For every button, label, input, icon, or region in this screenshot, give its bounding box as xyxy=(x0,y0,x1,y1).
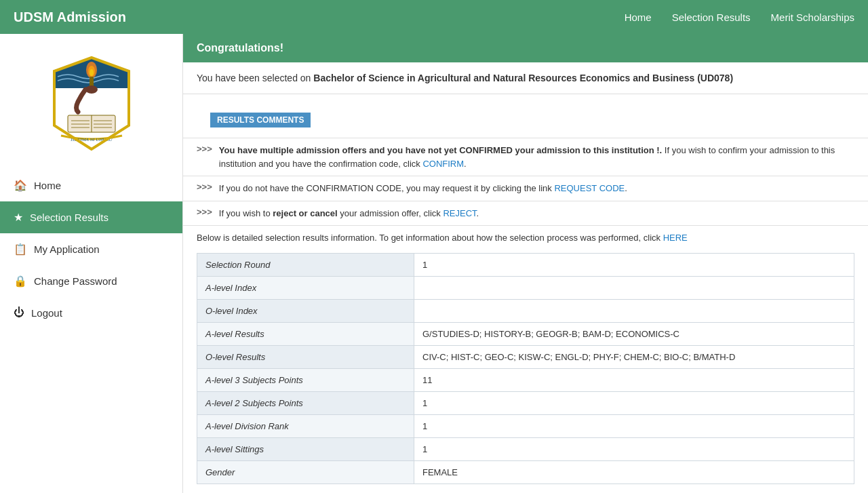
table-cell-value-7: 1 xyxy=(414,415,854,438)
page-layout: HEKIMA NI UHURU 🏠Home★Selection Results📋… xyxy=(0,34,868,493)
table-cell-label-0: Selection Round xyxy=(197,254,414,277)
sidebar-label-logout: Logout xyxy=(31,307,62,319)
table-cell-label-4: O-level Results xyxy=(197,346,414,369)
comment-text-1: If you do not have the CONFIRMATION CODE… xyxy=(219,182,627,195)
sidebar-label-my-application: My Application xyxy=(34,243,100,255)
comment-text-0: You have multiple admission offers and y… xyxy=(219,144,854,170)
table-row: A-level Index xyxy=(197,277,854,300)
info-paragraph: Below is detailed selection results info… xyxy=(183,225,868,253)
table-cell-label-3: A-level Results xyxy=(197,323,414,346)
logout-icon: ⏻ xyxy=(14,307,24,319)
comment-row-1: >>>If you do not have the CONFIRMATION C… xyxy=(183,176,868,201)
selection-results-icon: ★ xyxy=(14,211,23,224)
sidebar-item-my-application[interactable]: 📋My Application xyxy=(0,233,182,265)
comment-arrow-1: >>> xyxy=(197,182,212,192)
table-cell-label-8: A-level Sittings xyxy=(197,438,414,461)
table-cell-label-6: A-level 2 Subjects Points xyxy=(197,392,414,415)
confirm-link[interactable]: CONFIRM xyxy=(422,159,464,169)
sidebar-label-change-password: Change Password xyxy=(34,275,117,287)
table-cell-value-2 xyxy=(414,300,854,323)
request-code-link[interactable]: REQUEST CODE xyxy=(554,183,625,193)
sidebar-item-logout[interactable]: ⏻Logout xyxy=(0,297,182,328)
udsm-crest-icon: HEKIMA NI UHURU xyxy=(47,51,136,153)
reject-link[interactable]: REJECT xyxy=(443,208,476,218)
table-row: A-level 2 Subjects Points1 xyxy=(197,392,854,415)
selection-program: Bachelor of Science in Agricultural and … xyxy=(313,73,733,83)
table-cell-label-5: A-level 3 Subjects Points xyxy=(197,369,414,392)
top-navbar: UDSM Admission HomeSelection ResultsMeri… xyxy=(0,0,868,34)
sidebar-item-home[interactable]: 🏠Home xyxy=(0,170,182,201)
navbar-link-selection-results[interactable]: Selection Results xyxy=(672,12,751,23)
table-cell-value-4: CIV-C; HIST-C; GEO-C; KISW-C; ENGL-D; PH… xyxy=(414,346,854,369)
table-row: O-level Index xyxy=(197,300,854,323)
table-cell-label-2: O-level Index xyxy=(197,300,414,323)
navbar-links: HomeSelection ResultsMerit Scholarships xyxy=(625,12,854,23)
here-link[interactable]: HERE xyxy=(663,233,688,243)
table-cell-value-8: 1 xyxy=(414,438,854,461)
comment-arrow-0: >>> xyxy=(197,144,212,154)
sidebar-label-selection-results: Selection Results xyxy=(30,212,108,223)
selection-info-text: You have been selected on xyxy=(197,73,311,83)
sidebar-label-home: Home xyxy=(34,180,61,191)
comment-bold-0: You have multiple admission offers and y… xyxy=(219,145,662,155)
table-cell-value-3: G/STUDIES-D; HISTORY-B; GEOGR-B; BAM-D; … xyxy=(414,323,854,346)
comment-text-2: If you wish to reject or cancel your adm… xyxy=(219,207,479,220)
navbar-link-merit-scholarships[interactable]: Merit Scholarships xyxy=(771,12,854,23)
table-cell-value-9: FEMALE xyxy=(414,461,854,484)
results-table: Selection Round1A-level IndexO-level Ind… xyxy=(197,253,854,484)
comments-container: >>>You have multiple admission offers an… xyxy=(183,138,868,225)
navbar-link-home[interactable]: Home xyxy=(625,12,652,23)
sidebar-logo: HEKIMA NI UHURU xyxy=(0,34,182,170)
info-paragraph-text: Below is detailed selection results info… xyxy=(197,233,663,243)
sidebar-navigation: 🏠Home★Selection Results📋My Application🔒C… xyxy=(0,170,182,328)
table-cell-label-7: A-level Division Rank xyxy=(197,415,414,438)
table-cell-value-1 xyxy=(414,277,854,300)
table-cell-value-5: 11 xyxy=(414,369,854,392)
table-row: A-level ResultsG/STUDIES-D; HISTORY-B; G… xyxy=(197,323,854,346)
selection-info: You have been selected on Bachelor of Sc… xyxy=(183,62,868,94)
sidebar-item-change-password[interactable]: 🔒Change Password xyxy=(0,265,182,297)
table-row: A-level 3 Subjects Points11 xyxy=(197,369,854,392)
comment-row-0: >>>You have multiple admission offers an… xyxy=(183,138,868,176)
reject-bold: reject or cancel xyxy=(273,208,337,218)
table-cell-label-1: A-level Index xyxy=(197,277,414,300)
my-application-icon: 📋 xyxy=(14,243,27,256)
table-row: GenderFEMALE xyxy=(197,461,854,484)
comment-row-2: >>>If you wish to reject or cancel your … xyxy=(183,201,868,226)
home-icon: 🏠 xyxy=(14,179,27,192)
table-row: O-level ResultsCIV-C; HIST-C; GEO-C; KIS… xyxy=(197,346,854,369)
sidebar-item-selection-results[interactable]: ★Selection Results xyxy=(0,201,182,233)
table-cell-value-0: 1 xyxy=(414,254,854,277)
table-row: A-level Division Rank1 xyxy=(197,415,854,438)
table-row: Selection Round1 xyxy=(197,254,854,277)
main-content: Congratulations! You have been selected … xyxy=(183,34,868,493)
change-password-icon: 🔒 xyxy=(14,275,27,288)
table-row: A-level Sittings1 xyxy=(197,438,854,461)
results-comments-section: RESULTS COMMENTS xyxy=(183,94,868,138)
table-cell-label-9: Gender xyxy=(197,461,414,484)
congratulations-banner: Congratulations! xyxy=(183,34,868,62)
sidebar: HEKIMA NI UHURU 🏠Home★Selection Results📋… xyxy=(0,34,183,493)
table-cell-value-6: 1 xyxy=(414,392,854,415)
svg-point-4 xyxy=(90,69,94,76)
comment-arrow-2: >>> xyxy=(197,207,212,217)
results-comments-label: RESULTS COMMENTS xyxy=(210,113,311,127)
congratulations-text: Congratulations! xyxy=(197,42,283,54)
navbar-brand[interactable]: UDSM Admission xyxy=(14,9,126,25)
